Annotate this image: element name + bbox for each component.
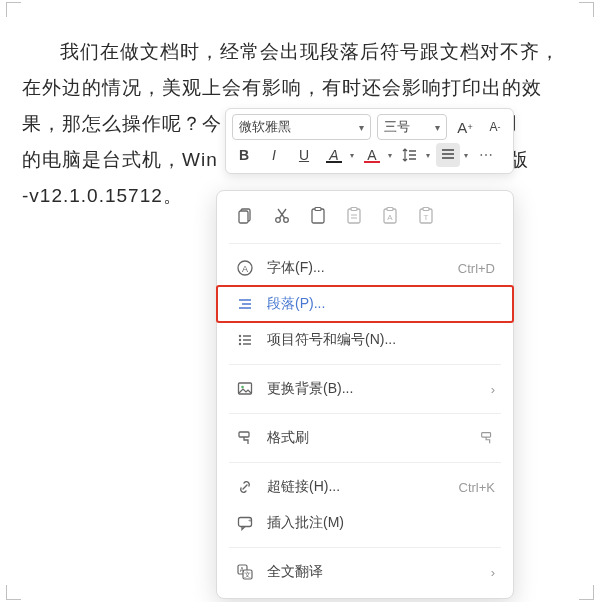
menu-shortcut: Ctrl+K [459, 480, 495, 495]
scissors-icon [272, 206, 292, 226]
svg-text:A: A [387, 213, 393, 222]
doc-frag-2d: -v12.1.0.15712。 [22, 185, 183, 206]
svg-text:T: T [424, 213, 429, 222]
menu-label: 更换背景(B)... [267, 380, 479, 398]
chevron-down-icon[interactable]: ▾ [388, 151, 392, 160]
translate-icon: A文 [235, 562, 255, 582]
align-justify-icon [440, 147, 456, 163]
separator [229, 547, 501, 548]
menu-item-background[interactable]: 更换背景(B)... › [217, 371, 513, 407]
menu-label: 全文翻译 [267, 563, 479, 581]
highlight-swatch [326, 161, 342, 163]
font-icon: A [235, 258, 255, 278]
separator [229, 462, 501, 463]
line-spacing-icon [402, 147, 418, 163]
svg-rect-22 [482, 433, 491, 437]
chevron-right-icon: › [491, 565, 495, 580]
svg-point-18 [239, 343, 241, 345]
clipboard-text-icon: T [416, 206, 436, 226]
menu-label: 格式刷 [267, 429, 467, 447]
separator [229, 413, 501, 414]
font-color-swatch [364, 161, 380, 163]
decrease-font-button[interactable]: A- [483, 115, 507, 139]
chevron-right-icon: › [491, 382, 495, 397]
highlight-color-button[interactable]: A [322, 143, 346, 167]
clipboard-icon [308, 206, 328, 226]
page-corner-bottom-left [6, 585, 21, 600]
menu-label: 项目符号和编号(N)... [267, 331, 495, 349]
menu-label: 插入批注(M) [267, 514, 495, 532]
format-painter-icon [235, 428, 255, 448]
menu-item-format-painter[interactable]: 格式刷 [217, 420, 513, 456]
clipboard-lines-icon [344, 206, 364, 226]
menu-shortcut: Ctrl+D [458, 261, 495, 276]
svg-point-17 [239, 339, 241, 341]
copy-icon [236, 206, 256, 226]
paste-format-button[interactable]: A [379, 205, 401, 227]
separator [229, 243, 501, 244]
more-options-button[interactable]: ⋯ [474, 143, 498, 167]
comment-icon: + [235, 513, 255, 533]
chevron-down-icon[interactable]: ▾ [426, 151, 430, 160]
chevron-down-icon[interactable]: ▾ [464, 151, 468, 160]
menu-label: 字体(F)... [267, 259, 446, 277]
doc-frag-2b: 的电脑是台式机，Win [22, 149, 218, 170]
bullet-list-icon [235, 330, 255, 350]
menu-item-translate[interactable]: A文 全文翻译 › [217, 554, 513, 590]
menu-item-hyperlink[interactable]: 超链接(H)... Ctrl+K [217, 469, 513, 505]
underline-button[interactable]: U [292, 143, 316, 167]
svg-point-3 [284, 218, 289, 223]
bold-button[interactable]: B [232, 143, 256, 167]
page-corner-top-right [579, 2, 594, 17]
increase-font-button[interactable]: A+ [453, 115, 477, 139]
menu-item-paragraph[interactable]: 段落(P)... [217, 286, 513, 322]
mini-format-toolbar: 微软雅黑 ▾ 三号 ▾ A+ A- B I U A ▾ A ▾ [225, 108, 514, 174]
menu-item-font[interactable]: A 字体(F)... Ctrl+D [217, 250, 513, 286]
page-corner-top-left [6, 2, 21, 17]
svg-text:文: 文 [244, 571, 251, 578]
clipboard-a-icon: A [380, 206, 400, 226]
svg-rect-9 [387, 208, 393, 211]
menu-label: 超链接(H)... [267, 478, 447, 496]
menu-item-bullets[interactable]: 项目符号和编号(N)... [217, 322, 513, 358]
chevron-down-icon: ▾ [429, 122, 440, 133]
svg-rect-12 [423, 208, 429, 211]
cut-button[interactable] [271, 205, 293, 227]
page-corner-bottom-right [579, 585, 594, 600]
font-size-value: 三号 [384, 118, 410, 136]
copy-button[interactable] [235, 205, 257, 227]
svg-text:A: A [242, 264, 248, 274]
svg-point-16 [239, 335, 241, 337]
menu-item-comment[interactable]: + 插入批注(M) [217, 505, 513, 541]
chevron-down-icon: ▾ [353, 122, 364, 133]
font-family-value: 微软雅黑 [239, 118, 291, 136]
italic-button[interactable]: I [262, 143, 286, 167]
link-icon [235, 477, 255, 497]
paste-text-button[interactable]: T [415, 205, 437, 227]
svg-rect-6 [348, 209, 360, 223]
line-spacing-button[interactable] [398, 143, 422, 167]
svg-text:+: + [248, 517, 252, 524]
svg-rect-1 [239, 211, 248, 223]
menu-label: 段落(P)... [267, 295, 495, 313]
svg-rect-21 [239, 432, 249, 437]
svg-rect-5 [315, 208, 321, 211]
format-painter-alt-icon[interactable] [479, 430, 495, 446]
chevron-down-icon[interactable]: ▾ [350, 151, 354, 160]
font-color-button[interactable]: A [360, 143, 384, 167]
svg-rect-7 [351, 208, 357, 211]
paste-button[interactable] [307, 205, 329, 227]
font-size-dropdown[interactable]: 三号 ▾ [377, 114, 447, 140]
svg-point-2 [276, 218, 281, 223]
image-icon [235, 379, 255, 399]
svg-rect-4 [312, 209, 324, 223]
font-family-dropdown[interactable]: 微软雅黑 ▾ [232, 114, 371, 140]
separator [229, 364, 501, 365]
paragraph-icon [235, 294, 255, 314]
clipboard-row: A T [217, 199, 513, 237]
paste-special-button[interactable] [343, 205, 365, 227]
alignment-button[interactable] [436, 143, 460, 167]
svg-point-20 [241, 386, 244, 389]
context-menu: A T A 字体(F)... Ctrl+D 段落(P)... 项目符号和编号(N… [216, 190, 514, 599]
